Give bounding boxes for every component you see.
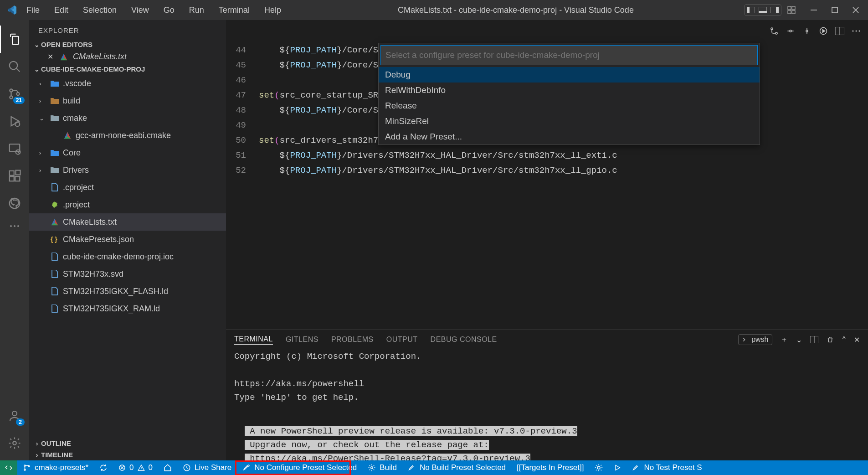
activity-more[interactable]: [0, 217, 29, 235]
git-timeline-icon[interactable]: [802, 26, 812, 36]
terminal-launch-icon[interactable]: pwsh: [738, 334, 772, 345]
minimap[interactable]: [835, 42, 868, 329]
close-icon[interactable]: [853, 6, 861, 14]
layout-right-icon[interactable]: [770, 5, 779, 15]
activity-settings[interactable]: [0, 429, 29, 457]
status-targets[interactable]: [[Targets In Preset]]: [511, 460, 589, 475]
folder-icon: [50, 165, 59, 175]
editor-actions: [770, 20, 868, 42]
layout-bottom-icon[interactable]: [758, 5, 767, 15]
activity-github[interactable]: [0, 190, 29, 217]
status-debug-launch[interactable]: [589, 460, 608, 475]
git-branch-action-icon[interactable]: [786, 26, 795, 36]
editor-area: 444546474849505152 ${PROJ_PATH}/Core/Src…: [226, 20, 868, 460]
svg-marker-50: [822, 30, 825, 33]
project-header[interactable]: ⌄ CUBE-IDE-CMAKE-DEMO-PROJ: [29, 63, 226, 75]
open-editors-header[interactable]: ⌄ OPEN EDITORS: [29, 39, 226, 50]
quick-pick-item[interactable]: RelWithDebInfo: [379, 83, 760, 98]
svg-point-32: [12, 411, 17, 416]
activity-search[interactable]: [0, 53, 29, 80]
split-terminal-icon[interactable]: [810, 336, 818, 343]
file-item[interactable]: .project: [29, 196, 226, 213]
menu-help[interactable]: Help: [258, 3, 288, 18]
timeline-header[interactable]: › TIMELINE: [29, 449, 226, 460]
file-item[interactable]: STM32H735IGKX_FLASH.ld: [29, 283, 226, 300]
open-editor-filename: CMakeLists.txt: [73, 52, 127, 62]
live-share-label: Live Share: [195, 463, 231, 472]
configure-preset-label: No Configure Preset Selected: [254, 463, 357, 472]
quick-pick-item[interactable]: MinSizeRel: [379, 114, 760, 129]
file-item[interactable]: cube-ide-cmake-demo-proj.ioc: [29, 248, 226, 265]
tree-item-label: build: [63, 96, 80, 106]
panel-tab-terminal[interactable]: TERMINAL: [234, 335, 273, 345]
folder-item[interactable]: ⌄cmake: [29, 109, 226, 127]
panel-tab-debug-console[interactable]: DEBUG CONSOLE: [431, 336, 497, 344]
run-file-icon[interactable]: [819, 26, 828, 36]
status-sync[interactable]: [94, 460, 113, 475]
layout-left-icon[interactable]: [746, 5, 755, 15]
status-configure-preset[interactable]: No Configure Preset Selected: [237, 460, 362, 475]
menu-file[interactable]: File: [20, 3, 46, 18]
terminal-body[interactable]: Copyright (c) Microsoft Corporation. htt…: [226, 350, 868, 460]
activity-accounts[interactable]: 2: [0, 402, 29, 429]
outline-label: OUTLINE: [41, 439, 71, 447]
file-item[interactable]: CMakeLists.txt: [29, 213, 226, 231]
quick-pick-item[interactable]: Release: [379, 98, 760, 114]
maximize-icon[interactable]: [832, 6, 840, 14]
folder-item[interactable]: ›build: [29, 92, 226, 109]
activity-source-control[interactable]: 21: [0, 80, 29, 108]
status-run[interactable]: [608, 460, 627, 475]
generic-icon: [50, 252, 59, 261]
quick-pick-item[interactable]: Debug: [379, 67, 760, 83]
status-problems[interactable]: 0 0: [113, 460, 158, 475]
outline-header[interactable]: › OUTLINE: [29, 438, 226, 449]
activity-explorer[interactable]: [0, 26, 29, 53]
file-item[interactable]: STM32H735IGKX_RAM.ld: [29, 300, 226, 317]
menu-view[interactable]: View: [125, 3, 155, 18]
kill-terminal-icon[interactable]: [827, 336, 834, 344]
close-panel-icon[interactable]: ✕: [854, 336, 860, 344]
terminal-dropdown-icon[interactable]: ⌄: [796, 336, 802, 344]
status-live-share[interactable]: Live Share: [177, 460, 237, 475]
file-item[interactable]: .cproject: [29, 179, 226, 196]
activity-extensions[interactable]: [0, 162, 29, 190]
open-editor-item[interactable]: ✕ CMakeLists.txt: [29, 50, 226, 63]
folder-icon: [50, 79, 59, 88]
split-editor-icon[interactable]: [835, 27, 844, 35]
more-actions-icon[interactable]: [852, 29, 861, 33]
panel-tab-problems[interactable]: PROBLEMS: [331, 336, 374, 344]
status-home[interactable]: [158, 460, 177, 475]
maximize-panel-icon[interactable]: ^: [842, 336, 846, 344]
status-test-preset[interactable]: No Test Preset S: [627, 460, 707, 475]
activity-run-debug[interactable]: [0, 108, 29, 135]
file-item[interactable]: gcc-arm-none-eabi.cmake: [29, 127, 226, 144]
file-item[interactable]: STM32H73x.svd: [29, 265, 226, 283]
bottom-panel: TERMINAL GITLENS PROBLEMS OUTPUT DEBUG C…: [226, 329, 868, 460]
menu-terminal[interactable]: Terminal: [212, 3, 256, 18]
status-build[interactable]: Build: [362, 460, 402, 475]
targets-label: [[Targets In Preset]]: [517, 463, 584, 472]
status-remote[interactable]: [0, 460, 17, 475]
close-editor-icon[interactable]: ✕: [47, 52, 55, 61]
status-build-preset[interactable]: No Build Preset Selected: [402, 460, 511, 475]
file-item[interactable]: { }CMakePresets.json: [29, 231, 226, 248]
new-terminal-icon[interactable]: ＋: [781, 335, 788, 345]
menu-edit[interactable]: Edit: [48, 3, 75, 18]
menu-selection[interactable]: Selection: [77, 3, 123, 18]
folder-item[interactable]: ›Drivers: [29, 161, 226, 179]
svg-rect-26: [15, 176, 20, 181]
panel-tab-gitlens[interactable]: GITLENS: [286, 336, 318, 344]
panel-tab-output[interactable]: OUTPUT: [386, 336, 418, 344]
quick-pick-input[interactable]: [380, 45, 758, 65]
menu-go[interactable]: Go: [157, 3, 181, 18]
status-branch[interactable]: cmake-presets*: [17, 460, 94, 475]
folder-item[interactable]: ›Core: [29, 144, 226, 161]
git-compare-icon[interactable]: [770, 26, 779, 36]
folder-item[interactable]: ›.vscode: [29, 75, 226, 92]
customize-layout-icon[interactable]: [787, 5, 796, 15]
branch-name: cmake-presets*: [35, 463, 88, 472]
activity-remote-explorer[interactable]: [0, 135, 29, 162]
menu-run[interactable]: Run: [183, 3, 211, 18]
quick-pick-item[interactable]: Add a New Preset...: [379, 129, 760, 145]
minimize-icon[interactable]: [811, 6, 819, 14]
